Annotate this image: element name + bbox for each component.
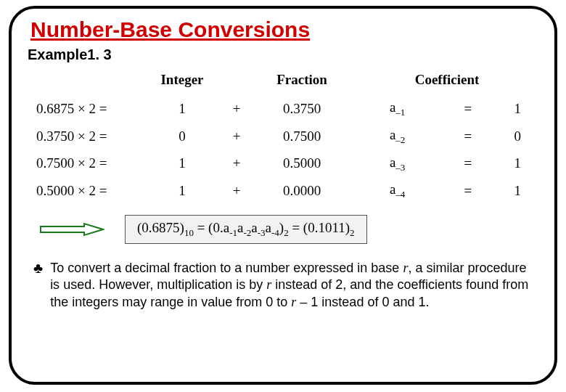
- cell-frac: 0.3750: [251, 95, 353, 123]
- cell-coef-val: 1: [494, 150, 541, 178]
- conversion-table: Integer Fraction Coefficient 0.6875 × 2 …: [33, 69, 537, 205]
- slide-frame: Number-Base Conversions Example1. 3 Inte…: [9, 6, 557, 385]
- table-row: 0.3750 × 2 = 0 + 0.7500 a–2 = 0: [33, 123, 541, 150]
- cell-eq: =: [442, 177, 493, 205]
- cell-frac: 0.0000: [251, 177, 353, 205]
- cell-coef-a: a–3: [353, 150, 442, 178]
- note-row: ♣ To convert a decimal fraction to a num…: [26, 260, 540, 311]
- cell-int: 1: [142, 95, 222, 123]
- note-text: To convert a decimal fraction to a numbe…: [50, 260, 536, 311]
- cell-coef-a: a–4: [353, 177, 442, 205]
- result-formula: (0.6875)10 = (0.a-1a-2a-3a-4)2 = (0.1011…: [125, 215, 367, 244]
- svg-marker-0: [41, 224, 103, 235]
- cell-coef-val: 1: [494, 177, 541, 205]
- col-integer: Integer: [142, 69, 222, 95]
- cell-frac: 0.5000: [251, 150, 353, 178]
- cell-lhs: 0.3750 × 2 =: [33, 123, 142, 150]
- cell-plus: +: [222, 177, 251, 205]
- table-row: 0.7500 × 2 = 1 + 0.5000 a–3 = 1: [33, 150, 541, 178]
- col-coefficient: Coefficient: [353, 69, 541, 95]
- cell-eq: =: [442, 95, 493, 123]
- example-label: Example1. 3: [28, 46, 540, 63]
- cell-lhs: 0.7500 × 2 =: [33, 150, 142, 178]
- cell-plus: +: [222, 150, 251, 178]
- col-fraction: Fraction: [251, 69, 353, 95]
- cell-eq: =: [442, 123, 493, 150]
- cell-int: 1: [142, 150, 222, 178]
- slide-title: Number-Base Conversions: [30, 17, 540, 42]
- cell-lhs: 0.5000 × 2 =: [33, 177, 142, 205]
- cell-coef-val: 0: [494, 123, 541, 150]
- cell-coef-a: a–1: [353, 95, 442, 123]
- right-arrow-icon: [38, 220, 104, 239]
- cell-frac: 0.7500: [251, 123, 353, 150]
- cell-lhs: 0.6875 × 2 =: [33, 95, 142, 123]
- cell-coef-a: a–2: [353, 123, 442, 150]
- cell-plus: +: [222, 123, 251, 150]
- cell-int: 0: [142, 123, 222, 150]
- cell-coef-val: 1: [494, 95, 541, 123]
- table-row: 0.5000 × 2 = 1 + 0.0000 a–4 = 1: [33, 177, 541, 205]
- cell-eq: =: [442, 150, 493, 178]
- cell-int: 1: [142, 177, 222, 205]
- club-bullet-icon: ♣: [33, 260, 43, 276]
- cell-plus: +: [222, 95, 251, 123]
- table-row: 0.6875 × 2 = 1 + 0.3750 a–1 = 1: [33, 95, 541, 123]
- result-row: (0.6875)10 = (0.a-1a-2a-3a-4)2 = (0.1011…: [26, 215, 540, 244]
- table-header-row: Integer Fraction Coefficient: [33, 69, 541, 95]
